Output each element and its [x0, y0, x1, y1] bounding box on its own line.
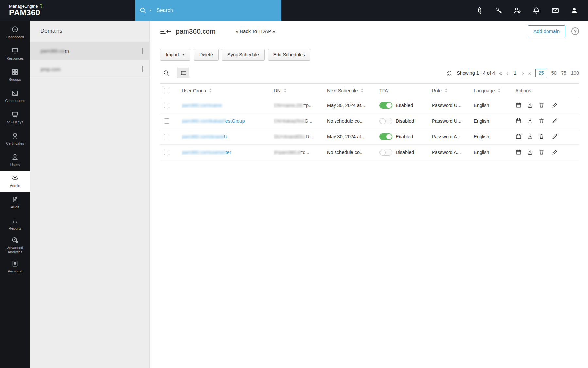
- delete-icon[interactable]: [538, 133, 545, 140]
- row-checkbox[interactable]: [164, 134, 169, 139]
- tfa-label: Enabled: [396, 134, 413, 139]
- next-page-button[interactable]: ›: [522, 70, 524, 76]
- sidebar-item-admin[interactable]: Admin: [0, 171, 30, 192]
- sort-icon[interactable]: [445, 88, 448, 93]
- delete-icon[interactable]: [538, 102, 545, 108]
- domain-list-item[interactable]: pmp.com: [30, 60, 152, 78]
- mail-icon[interactable]: [551, 7, 559, 14]
- role-cell: Password U...: [432, 103, 474, 108]
- kebab-menu-icon[interactable]: [140, 48, 145, 54]
- sidebar-item-users[interactable]: Users: [0, 149, 30, 171]
- schedule-icon[interactable]: [515, 118, 522, 124]
- user-admin-icon[interactable]: [514, 7, 521, 14]
- sidebar-item-certificates[interactable]: Certificates: [0, 128, 30, 149]
- search-scope-caret-icon[interactable]: [149, 9, 152, 12]
- key-icon[interactable]: [495, 7, 502, 14]
- sync-schedule-button[interactable]: Sync Schedule: [222, 49, 265, 61]
- domains-scrollbar[interactable]: [149, 21, 152, 368]
- language-cell: English: [474, 134, 515, 139]
- sidebar-item-groups[interactable]: Groups: [0, 64, 30, 86]
- sidebar-item-label: Reports: [9, 226, 22, 231]
- search-input[interactable]: [156, 8, 277, 13]
- sidebar-item-dashboard[interactable]: Dashboard: [0, 22, 30, 43]
- schedule-icon[interactable]: [515, 133, 522, 140]
- first-page-button[interactable]: «: [499, 70, 502, 76]
- user-group-link[interactable]: pam360.com\name: [182, 103, 222, 108]
- schedule-icon[interactable]: [515, 102, 522, 108]
- export-icon[interactable]: [527, 102, 533, 108]
- domain-list-item[interactable]: pam360.com: [30, 42, 152, 60]
- dn-cell: CN=kakaqTestG...: [274, 118, 327, 124]
- delete-button[interactable]: Delete: [194, 49, 219, 61]
- user-group-link[interactable]: pam360.com\AnandU: [182, 134, 227, 139]
- list-view-button[interactable]: [177, 68, 189, 78]
- help-icon[interactable]: ?: [571, 27, 579, 35]
- last-page-button[interactable]: »: [528, 70, 531, 76]
- edit-icon[interactable]: [552, 133, 558, 140]
- sidebar-item-audit[interactable]: Audit: [0, 192, 30, 213]
- delete-icon[interactable]: [538, 118, 545, 124]
- kebab-menu-icon[interactable]: [140, 66, 145, 72]
- page-size-25[interactable]: 25: [535, 69, 547, 77]
- import-caret-icon: [182, 53, 185, 56]
- edit-icon[interactable]: [552, 102, 558, 108]
- page-size-50[interactable]: 50: [551, 70, 557, 76]
- sidebar-item-ssh-keys[interactable]: SSH Keys: [0, 107, 30, 128]
- audit-icon: [11, 196, 19, 203]
- tfa-toggle[interactable]: [379, 133, 392, 140]
- sidebar-item-reports[interactable]: Reports: [0, 213, 30, 235]
- add-domain-button[interactable]: Add domain: [528, 25, 565, 37]
- column-header: Role: [432, 88, 474, 93]
- user-group-link[interactable]: pam360.com\userwriter: [182, 150, 231, 155]
- tfa-toggle[interactable]: [379, 149, 392, 156]
- column-header: Language: [474, 88, 515, 93]
- domains-panel-title: Domains: [30, 21, 152, 42]
- sort-icon[interactable]: [209, 88, 212, 93]
- global-search-bar: [135, 0, 281, 21]
- delete-icon[interactable]: [538, 149, 545, 155]
- row-actions: [515, 133, 579, 140]
- export-icon[interactable]: [527, 149, 533, 155]
- edit-schedules-button[interactable]: Edit Schedules: [268, 49, 311, 61]
- dashboard-icon: [11, 26, 19, 33]
- admin-icon: [11, 175, 19, 182]
- column-header: User Group: [182, 88, 274, 93]
- table-search-button[interactable]: [160, 68, 172, 78]
- reports-icon: [11, 217, 19, 224]
- menu-back-icon[interactable]: [160, 28, 171, 35]
- import-button[interactable]: Import: [160, 49, 190, 61]
- profile-icon[interactable]: [570, 7, 578, 14]
- prev-page-button[interactable]: ‹: [506, 70, 508, 76]
- tfa-toggle[interactable]: [379, 118, 392, 124]
- row-checkbox[interactable]: [164, 103, 169, 108]
- back-to-ldap-link[interactable]: « Back To LDAP »: [236, 28, 275, 34]
- sidebar-item-resources[interactable]: Resources: [0, 43, 30, 64]
- language-cell: English: [474, 103, 515, 108]
- select-all-checkbox[interactable]: [164, 88, 169, 93]
- page-size-75[interactable]: 75: [561, 70, 566, 76]
- table-header-row: User GroupDNNext ScheduleTFARoleLanguage…: [160, 83, 579, 97]
- user-group-link[interactable]: pam360.com\kakaqTestGroup: [182, 118, 245, 124]
- row-checkbox[interactable]: [164, 118, 169, 124]
- sidebar-item-personal[interactable]: Personal: [0, 256, 30, 277]
- rocket-icon[interactable]: [476, 7, 483, 14]
- refresh-icon[interactable]: [446, 70, 452, 76]
- column-header: Actions: [515, 88, 579, 93]
- sort-icon[interactable]: [284, 88, 286, 93]
- bell-icon[interactable]: [532, 7, 540, 14]
- search-icon[interactable]: [139, 7, 147, 14]
- sidebar-item-advanced-analytics[interactable]: Advanced Analytics: [0, 235, 30, 256]
- schedule-icon[interactable]: [515, 149, 522, 155]
- row-checkbox[interactable]: [164, 150, 169, 155]
- sidebar-item-connections[interactable]: Connections: [0, 86, 30, 107]
- page-size-100[interactable]: 100: [571, 70, 579, 76]
- table-body: pam360.com\nameCN=name,DC=p...May 30, 20…: [160, 97, 579, 160]
- edit-icon[interactable]: [552, 149, 558, 155]
- edit-icon[interactable]: [552, 118, 558, 124]
- export-icon[interactable]: [527, 118, 533, 124]
- export-icon[interactable]: [527, 133, 533, 140]
- sort-icon[interactable]: [361, 88, 364, 93]
- header-actions: Add domain ?: [528, 25, 579, 37]
- sort-icon[interactable]: [498, 88, 501, 93]
- tfa-toggle[interactable]: [379, 102, 392, 109]
